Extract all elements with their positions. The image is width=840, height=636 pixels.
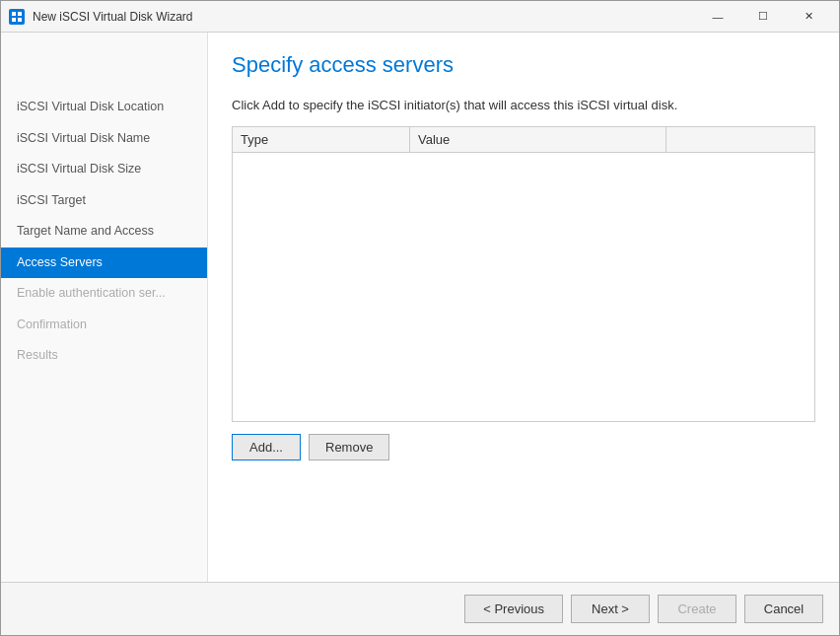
previous-button[interactable]: < Previous — [464, 595, 563, 623]
sidebar-item-confirmation: Confirmation — [1, 310, 207, 341]
title-bar: New iSCSI Virtual Disk Wizard — ☐ ✕ — [1, 1, 839, 33]
sidebar-item-enable-auth: Enable authentication ser... — [1, 278, 207, 310]
maximize-button[interactable]: ☐ — [740, 1, 786, 33]
content-area: iSCSI Virtual Disk Location iSCSI Virtua… — [1, 33, 839, 582]
svg-rect-3 — [18, 18, 22, 22]
svg-rect-0 — [12, 12, 16, 16]
sidebar-item-location[interactable]: iSCSI Virtual Disk Location — [1, 92, 207, 123]
sidebar-item-access-servers[interactable]: Access Servers — [1, 247, 207, 279]
minimize-button[interactable]: — — [695, 1, 740, 33]
svg-rect-2 — [12, 18, 16, 22]
table-buttons: Add... Remove — [232, 434, 815, 460]
next-button[interactable]: Next > — [571, 595, 650, 623]
table-header: Type Value — [233, 127, 814, 153]
window-controls: — ☐ ✕ — [695, 1, 831, 33]
close-button[interactable]: ✕ — [786, 1, 831, 33]
column-type: Type — [233, 127, 410, 152]
app-icon — [9, 9, 25, 25]
table-body — [233, 153, 814, 421]
remove-button[interactable]: Remove — [309, 434, 389, 460]
add-button[interactable]: Add... — [232, 434, 301, 460]
sidebar-item-name[interactable]: iSCSI Virtual Disk Name — [1, 123, 207, 155]
column-extra — [666, 127, 814, 152]
window-title: New iSCSI Virtual Disk Wizard — [33, 10, 695, 24]
access-servers-table: Type Value — [232, 126, 815, 422]
create-button[interactable]: Create — [658, 595, 736, 623]
main-panel: Specify access servers Click Add to spec… — [208, 33, 839, 582]
wizard-window: New iSCSI Virtual Disk Wizard — ☐ ✕ iSCS… — [0, 0, 840, 636]
sidebar-item-size[interactable]: iSCSI Virtual Disk Size — [1, 154, 207, 185]
sidebar-item-results: Results — [1, 340, 207, 372]
footer: < Previous Next > Create Cancel — [1, 582, 839, 635]
sidebar-item-target[interactable]: iSCSI Target — [1, 185, 207, 217]
column-value: Value — [410, 127, 666, 152]
cancel-button[interactable]: Cancel — [744, 595, 823, 623]
description-text: Click Add to specify the iSCSI initiator… — [232, 98, 815, 112]
sidebar: iSCSI Virtual Disk Location iSCSI Virtua… — [1, 33, 208, 582]
svg-rect-1 — [18, 12, 22, 16]
sidebar-item-target-name[interactable]: Target Name and Access — [1, 216, 207, 247]
page-title: Specify access servers — [232, 52, 815, 78]
